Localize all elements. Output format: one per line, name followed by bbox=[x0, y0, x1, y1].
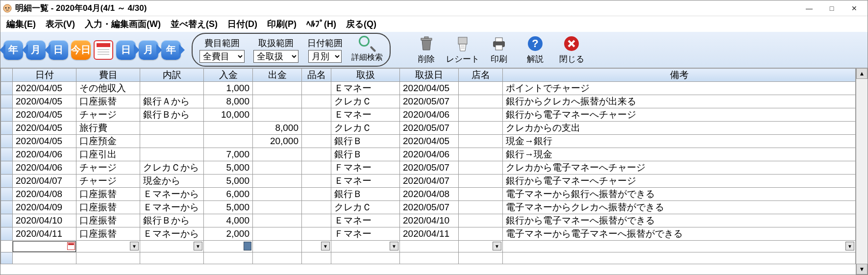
cell-in[interactable]: 10,000 bbox=[204, 108, 253, 122]
table-row[interactable]: 2020/04/11口座振替Ｅマネーから2,000Ｆマネー2020/04/11電… bbox=[1, 227, 856, 241]
cell-note[interactable]: 銀行からクレカへ振替が出来る bbox=[503, 95, 856, 108]
cell-detail[interactable]: 銀行Ａから bbox=[140, 95, 204, 108]
cell-hdate[interactable]: 2020/04/11 bbox=[400, 227, 459, 241]
cell-date[interactable]: 2020/04/06 bbox=[13, 161, 76, 175]
cell-hdate[interactable]: 2020/04/06 bbox=[400, 108, 459, 122]
cell-shop[interactable] bbox=[459, 148, 503, 161]
cell-note[interactable]: 銀行→現金 bbox=[503, 148, 856, 161]
cell-note[interactable]: クレカから電子マネーへチャージ bbox=[503, 161, 856, 175]
row-header[interactable] bbox=[1, 214, 13, 227]
dropdown-icon[interactable]: ▼ bbox=[321, 242, 330, 250]
input-detail[interactable]: ▼ bbox=[140, 241, 204, 252]
cell-date[interactable]: 2020/04/05 bbox=[13, 95, 76, 108]
col-category[interactable]: 費目 bbox=[76, 69, 140, 82]
row-header[interactable] bbox=[1, 95, 13, 108]
cell-category[interactable]: 口座振替 bbox=[76, 188, 140, 201]
row-header[interactable] bbox=[1, 135, 13, 148]
print-button[interactable]: 印刷 bbox=[482, 35, 516, 65]
col-handle[interactable]: 取扱 bbox=[331, 69, 400, 82]
cell-detail[interactable] bbox=[140, 135, 204, 148]
cell-out[interactable] bbox=[253, 161, 302, 175]
input-date[interactable] bbox=[13, 241, 76, 252]
table-row[interactable]: 2020/04/05チャージ銀行Ｂから10,000Ｅマネー2020/04/06銀… bbox=[1, 108, 856, 122]
cell-hdate[interactable]: 2020/05/07 bbox=[400, 122, 459, 135]
menu-sort[interactable]: 並べ替え(S) bbox=[168, 17, 221, 31]
cell-shop[interactable] bbox=[459, 95, 503, 108]
cell-out[interactable]: 20,000 bbox=[253, 135, 302, 148]
input-category[interactable]: ▼ bbox=[76, 241, 140, 252]
col-date[interactable]: 日付 bbox=[13, 69, 76, 82]
cell-date[interactable]: 2020/04/09 bbox=[13, 201, 76, 214]
cell-handle[interactable]: Ｆマネー bbox=[331, 227, 400, 241]
cell-out[interactable] bbox=[253, 148, 302, 161]
nav-day-prev[interactable]: 日 bbox=[49, 40, 68, 60]
input-item[interactable]: ▼ bbox=[302, 241, 331, 252]
cell-shop[interactable] bbox=[459, 214, 503, 227]
row-header[interactable] bbox=[1, 241, 13, 252]
cell-handle[interactable]: クレカＣ bbox=[331, 95, 400, 108]
dropdown-icon[interactable]: ▼ bbox=[493, 242, 501, 250]
cell-category[interactable]: その他収入 bbox=[76, 82, 140, 95]
row-header[interactable] bbox=[1, 227, 13, 241]
detailed-search-button[interactable]: 詳細検索 bbox=[351, 36, 383, 63]
menu-help[interactable]: ﾍﾙﾌﾟ(H) bbox=[303, 18, 339, 30]
cell-hdate[interactable]: 2020/04/05 bbox=[400, 82, 459, 95]
cell-out[interactable]: 8,000 bbox=[253, 122, 302, 135]
cell-note[interactable]: 銀行から電子マネーへ振替ができる bbox=[503, 214, 856, 227]
calendar-icon[interactable] bbox=[94, 40, 113, 60]
dropdown-icon[interactable]: ▼ bbox=[194, 242, 202, 250]
row-header[interactable] bbox=[1, 122, 13, 135]
cell-hdate[interactable]: 2020/05/07 bbox=[400, 161, 459, 175]
cell-shop[interactable] bbox=[459, 188, 503, 201]
table-row[interactable]: 2020/04/07チャージ現金から5,000Ｅマネー2020/04/07銀行か… bbox=[1, 175, 856, 188]
input-note[interactable]: ▼ bbox=[503, 241, 856, 252]
cell-note[interactable]: 銀行から電子マネーへチャージ bbox=[503, 175, 856, 188]
col-in[interactable]: 入金 bbox=[204, 69, 253, 82]
cell-out[interactable] bbox=[253, 82, 302, 95]
cell-note[interactable]: 電子マネーからクレカへ振替ができる bbox=[503, 201, 856, 214]
menu-back[interactable]: 戻る(Q) bbox=[343, 17, 379, 31]
cell-note[interactable]: 電子マネーから銀行へ振替ができる bbox=[503, 188, 856, 201]
cell-note[interactable]: 電子マネーから電子マネーへ振替ができる bbox=[503, 227, 856, 241]
nav-month-prev[interactable]: 月 bbox=[26, 40, 46, 60]
row-header[interactable] bbox=[1, 175, 13, 188]
cell-hdate[interactable]: 2020/04/05 bbox=[400, 135, 459, 148]
table-row[interactable]: 2020/04/05旅行費8,000クレカＣ2020/05/07クレカからの支出 bbox=[1, 122, 856, 135]
cell-category[interactable]: 口座預金 bbox=[76, 135, 140, 148]
menu-input[interactable]: 入力・編集画面(W) bbox=[82, 17, 164, 31]
cell-hdate[interactable]: 2020/04/08 bbox=[400, 188, 459, 201]
cell-in[interactable]: 5,000 bbox=[204, 201, 253, 214]
cell-item[interactable] bbox=[302, 175, 331, 188]
cell-category[interactable]: チャージ bbox=[76, 108, 140, 122]
cell-handle[interactable]: クレカＣ bbox=[331, 122, 400, 135]
cell-item[interactable] bbox=[302, 227, 331, 241]
cell-category[interactable]: チャージ bbox=[76, 161, 140, 175]
nav-month-next[interactable]: 月 bbox=[139, 40, 158, 60]
cell-handle[interactable]: Ｅマネー bbox=[331, 108, 400, 122]
maximize-button[interactable]: □ bbox=[820, 1, 843, 16]
cell-category[interactable]: 口座引出 bbox=[76, 148, 140, 161]
cell-detail[interactable] bbox=[140, 148, 204, 161]
cell-item[interactable] bbox=[302, 82, 331, 95]
table-row[interactable]: 2020/04/06口座引出7,000銀行Ｂ2020/04/06銀行→現金 bbox=[1, 148, 856, 161]
table-row[interactable]: 2020/04/09口座振替Ｅマネーから5,000クレカＣ2020/05/07電… bbox=[1, 201, 856, 214]
dropdown-icon[interactable]: ▼ bbox=[130, 242, 139, 250]
cell-shop[interactable] bbox=[459, 201, 503, 214]
cell-item[interactable] bbox=[302, 188, 331, 201]
cell-out[interactable] bbox=[253, 188, 302, 201]
cell-item[interactable] bbox=[302, 201, 331, 214]
cell-in[interactable]: 5,000 bbox=[204, 161, 253, 175]
table-row[interactable]: 2020/04/10口座振替銀行Ｂから4,000Ｅマネー2020/04/10銀行… bbox=[1, 214, 856, 227]
table-row[interactable]: 2020/04/05口座預金20,000銀行Ｂ2020/04/05現金→銀行 bbox=[1, 135, 856, 148]
cell-handle[interactable]: 銀行Ｂ bbox=[331, 188, 400, 201]
cell-date[interactable]: 2020/04/10 bbox=[13, 214, 76, 227]
cell-out[interactable] bbox=[253, 201, 302, 214]
cell-item[interactable] bbox=[302, 135, 331, 148]
dropdown-icon[interactable]: ▼ bbox=[390, 242, 398, 250]
cell-detail[interactable] bbox=[140, 82, 204, 95]
cell-in[interactable]: 1,000 bbox=[204, 82, 253, 95]
cell-hdate[interactable]: 2020/04/07 bbox=[400, 175, 459, 188]
cell-item[interactable] bbox=[302, 108, 331, 122]
cell-shop[interactable] bbox=[459, 227, 503, 241]
cell-out[interactable] bbox=[253, 95, 302, 108]
